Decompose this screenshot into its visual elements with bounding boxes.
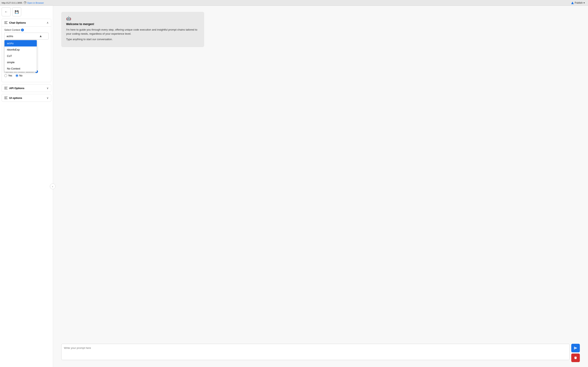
welcome-title: Welcome to mergen! xyxy=(66,22,199,26)
collapse-sidebar-button[interactable]: ‹ xyxy=(50,184,56,189)
trash-icon xyxy=(574,356,577,359)
select-context-info[interactable]: i xyxy=(21,29,24,31)
file-header-radio-group: Yes No xyxy=(4,74,49,77)
input-area xyxy=(53,341,588,367)
chat-options-content: Select Context i actAs ▲ actAs rbionfoEx… xyxy=(2,26,51,82)
api-options-chevron: ∨ xyxy=(47,86,49,90)
api-options-header[interactable]: API Options ∨ xyxy=(2,84,51,92)
file-header-yes-label[interactable]: Yes xyxy=(4,74,12,77)
back-icon: ← xyxy=(4,10,8,14)
dropdown-item-no-context[interactable]: No Context xyxy=(4,66,37,72)
sidebar-actions: ← 💾 xyxy=(2,7,51,16)
ui-options-title: UI options xyxy=(9,96,22,100)
url-display: http://127.0.0.1:3895 xyxy=(2,2,22,4)
publish-icon xyxy=(571,1,574,4)
open-in-browser-link[interactable]: Open in Browser xyxy=(24,2,44,4)
send-button[interactable] xyxy=(571,344,580,352)
dropdown-item-simple[interactable]: simple xyxy=(4,59,37,66)
save-icon: 💾 xyxy=(15,10,19,14)
ui-lines-icon xyxy=(4,97,8,99)
select-context-display[interactable]: actAs ▲ xyxy=(4,33,49,40)
api-options-header-left: API Options xyxy=(4,87,24,90)
input-buttons xyxy=(571,344,580,362)
file-header-no-radio[interactable] xyxy=(16,74,18,77)
lines-icon xyxy=(4,21,8,24)
dropdown-item-cot[interactable]: CoT xyxy=(4,53,37,59)
welcome-p1: I'm here to guide you through every step… xyxy=(66,28,199,36)
open-browser-label: Open in Browser xyxy=(27,2,44,4)
welcome-message: 🤖 Welcome to mergen! I'm here to guide y… xyxy=(61,12,204,47)
clear-button[interactable] xyxy=(571,354,580,362)
file-header-no-text: No xyxy=(19,74,22,77)
ui-options-section: UI options ∨ xyxy=(2,94,51,102)
ui-options-chevron: ∨ xyxy=(47,96,49,100)
select-context-wrapper: actAs ▲ actAs rbionfoExp CoT simple No C… xyxy=(4,33,49,40)
dropdown-item-actas[interactable]: actAs xyxy=(4,40,37,47)
chat-options-chevron: ∧ xyxy=(47,21,49,24)
ui-options-header[interactable]: UI options ∨ xyxy=(2,94,51,101)
chat-options-header[interactable]: Chat Options ∧ xyxy=(2,19,51,26)
welcome-p2: Type anything to start our conversation. xyxy=(66,37,199,42)
select-context-value: actAs xyxy=(7,35,13,38)
ui-options-header-left: UI options xyxy=(4,96,22,100)
prompt-textarea[interactable] xyxy=(61,344,570,360)
publish-button[interactable]: Publish ▾ xyxy=(570,1,586,5)
main-content: ‹ 🤖 Welcome to mergen! I'm here to guide… xyxy=(53,6,588,367)
select-arrow: ▲ xyxy=(39,34,42,38)
file-header-yes-text: Yes xyxy=(8,74,12,77)
select-context-label: Select Context i xyxy=(4,29,49,31)
publish-label: Publish xyxy=(575,1,583,4)
sidebar: ← 💾 Chat Options ∧ S xyxy=(0,6,53,367)
chat-options-section: Chat Options ∧ Select Context i actAs ▲ xyxy=(2,19,51,82)
select-context-field: Select Context i actAs ▲ actAs rbionfoEx… xyxy=(4,29,49,40)
save-button[interactable]: 💾 xyxy=(12,7,21,16)
back-button[interactable]: ← xyxy=(2,7,11,16)
app-container: ← 💾 Chat Options ∧ S xyxy=(0,6,588,367)
send-icon xyxy=(574,346,577,350)
publish-chevron: ▾ xyxy=(584,1,585,4)
file-header-no-label[interactable]: No xyxy=(16,74,22,77)
bot-icon: 🤖 xyxy=(66,16,199,21)
dropdown-item-rbionfoexp[interactable]: rbionfoExp xyxy=(4,47,37,53)
api-lines-icon xyxy=(4,87,8,89)
refresh-icon xyxy=(24,2,26,4)
svg-line-5 xyxy=(576,357,577,359)
api-options-title: API Options xyxy=(9,87,24,90)
chat-options-title: Chat Options xyxy=(9,21,26,24)
top-bar: http://127.0.0.1:3895 Open in Browser Pu… xyxy=(0,0,588,6)
context-dropdown[interactable]: actAs rbionfoExp CoT simple No Context xyxy=(4,40,37,72)
top-bar-right: Publish ▾ xyxy=(570,1,586,5)
api-options-section: API Options ∨ xyxy=(2,84,51,92)
chat-area: 🤖 Welcome to mergen! I'm here to guide y… xyxy=(53,6,588,341)
file-header-yes-radio[interactable] xyxy=(4,74,7,77)
svg-marker-0 xyxy=(571,1,574,4)
chat-options-header-left: Chat Options xyxy=(4,21,26,24)
